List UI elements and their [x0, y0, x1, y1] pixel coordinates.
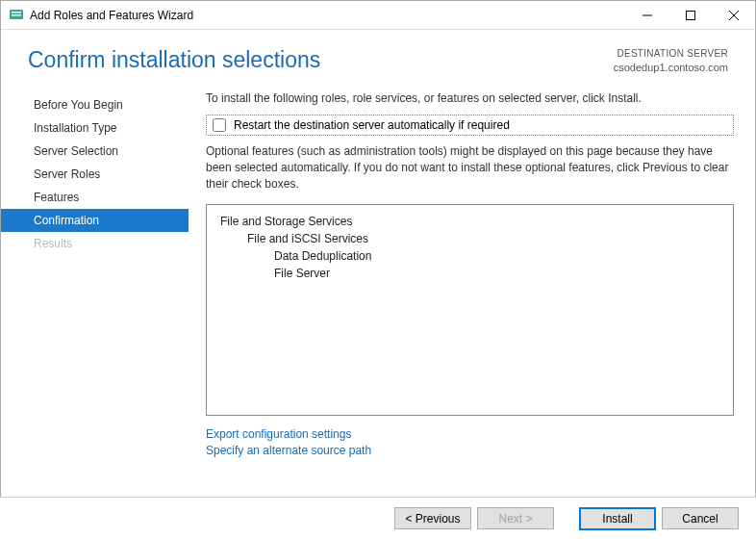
window-controls: [625, 1, 755, 29]
links: Export configuration settings Specify an…: [206, 427, 734, 457]
main: Before You BeginInstallation TypeServer …: [1, 80, 755, 459]
svg-rect-1: [12, 12, 21, 13]
tree-node: File Server: [220, 267, 719, 280]
nav-item-server-selection[interactable]: Server Selection: [1, 140, 189, 163]
nav-item-results: Results: [1, 232, 189, 255]
svg-rect-2: [12, 14, 21, 16]
tree-node: Data Deduplication: [220, 249, 719, 263]
app-icon: [9, 8, 24, 23]
alt-source-link[interactable]: Specify an alternate source path: [206, 444, 734, 457]
destination-server: csodedup1.contoso.com: [614, 61, 728, 75]
nav-item-confirmation[interactable]: Confirmation: [1, 209, 189, 232]
tree-node: File and iSCSI Services: [220, 232, 719, 245]
install-button[interactable]: Install: [579, 507, 656, 530]
svg-rect-4: [686, 11, 694, 19]
window-title: Add Roles and Features Wizard: [30, 9, 625, 22]
cancel-button[interactable]: Cancel: [662, 507, 739, 529]
tree-node: File and Storage Services: [220, 215, 719, 228]
destination-label: DESTINATION SERVER: [614, 47, 728, 61]
nav-item-before-you-begin[interactable]: Before You Begin: [1, 93, 189, 116]
close-button[interactable]: [712, 1, 755, 29]
content: To install the following roles, role ser…: [189, 80, 755, 459]
header: Confirm installation selections DESTINAT…: [1, 30, 755, 80]
titlebar: Add Roles and Features Wizard: [1, 1, 755, 30]
restart-option[interactable]: Restart the destination server automatic…: [206, 115, 734, 136]
instruction-text: To install the following roles, role ser…: [206, 91, 734, 105]
footer: < Previous Next > Install Cancel: [0, 497, 756, 539]
minimize-button[interactable]: [625, 1, 668, 29]
nav-item-installation-type[interactable]: Installation Type: [1, 116, 189, 140]
restart-label: Restart the destination server automatic…: [234, 118, 510, 132]
maximize-button[interactable]: [668, 1, 712, 29]
nav-item-server-roles[interactable]: Server Roles: [1, 163, 189, 186]
sidebar: Before You BeginInstallation TypeServer …: [1, 80, 189, 459]
optional-note: Optional features (such as administratio…: [206, 143, 734, 192]
export-config-link[interactable]: Export configuration settings: [206, 427, 734, 441]
nav-item-features[interactable]: Features: [1, 186, 189, 209]
selections-tree: File and Storage ServicesFile and iSCSI …: [206, 204, 734, 416]
restart-checkbox[interactable]: [213, 118, 226, 132]
destination-info: DESTINATION SERVER csodedup1.contoso.com: [614, 47, 728, 74]
page-title: Confirm installation selections: [28, 47, 320, 73]
previous-button[interactable]: < Previous: [394, 507, 471, 529]
next-button: Next >: [477, 507, 554, 529]
